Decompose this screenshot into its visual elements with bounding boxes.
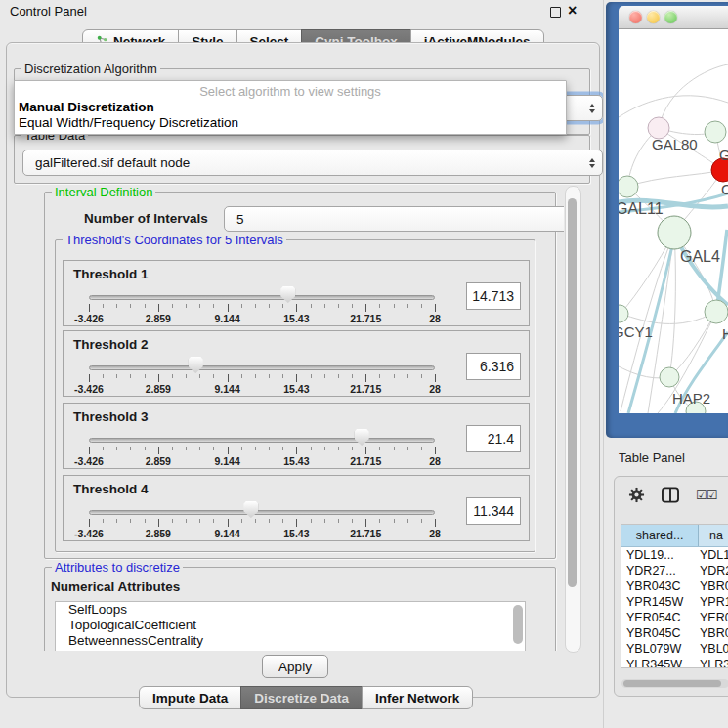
cell-name[interactable]: YBR0 — [698, 625, 728, 641]
attribute-list-item[interactable]: BetweennessCentrality — [56, 633, 525, 649]
mac-zoom-button[interactable] — [664, 11, 677, 23]
algorithm-option-equal-width[interactable]: Equal Width/Frequency Discretization — [19, 115, 562, 131]
bottom-tab-impute-data[interactable]: Impute Data — [139, 686, 241, 709]
settings-vertical-scrollbar[interactable] — [565, 186, 581, 653]
network-node[interactable] — [619, 176, 638, 197]
threshold-value-field[interactable]: 14.713 — [466, 282, 521, 310]
cell-shared-name[interactable]: YBL079W — [621, 641, 698, 657]
table-row[interactable]: YBL079WYBL0 — [621, 641, 728, 657]
threshold-panel: Threshold 4 -3.4262.8599.14415.4321.7152… — [63, 475, 530, 541]
slider-thumb[interactable] — [189, 357, 203, 373]
tick-label: -3.426 — [74, 383, 104, 395]
table-row[interactable]: YLR345WYLR3 — [621, 657, 728, 668]
table-horizontal-scrollbar[interactable] — [621, 679, 728, 688]
cell-shared-name[interactable]: YDR27... — [621, 563, 698, 578]
network-node[interactable] — [619, 305, 628, 322]
tab-label: Infer Network — [375, 691, 459, 706]
column-header-name[interactable]: na — [699, 525, 728, 546]
table-row[interactable]: YDR27...YDR2 — [621, 563, 728, 578]
bottom-tab-discretize-data[interactable]: Discretize Data — [240, 686, 363, 709]
threshold-panel: Threshold 3 -3.4262.8599.14415.4321.7152… — [63, 403, 530, 469]
cell-shared-name[interactable]: YBR043C — [621, 578, 698, 594]
combo-stepper-icon — [589, 158, 595, 168]
cell-name[interactable]: YPR1 — [698, 594, 728, 610]
cell-name[interactable]: YBL0 — [698, 641, 728, 657]
slider-track[interactable] — [89, 438, 435, 443]
node-label: GAL4 — [680, 248, 720, 266]
table-row[interactable]: YBR045CYBR0 — [621, 625, 728, 641]
numerical-attributes-list[interactable]: SelfLoopsTopologicalCoefficientBetweenne… — [55, 601, 526, 651]
table-hscrollbar-thumb[interactable] — [623, 680, 721, 687]
tick-label: 21.715 — [350, 383, 381, 395]
network-node[interactable] — [705, 300, 728, 323]
network-node[interactable] — [705, 121, 726, 143]
tick-label: -3.426 — [74, 455, 104, 467]
tick-label: 21.715 — [350, 455, 381, 467]
mac-minimize-button[interactable] — [647, 11, 660, 23]
slider-track[interactable] — [89, 295, 435, 300]
cell-name[interactable]: YBR0 — [698, 578, 728, 594]
cell-shared-name[interactable]: YER054C — [621, 610, 698, 625]
threshold-value-field[interactable]: 6.316 — [466, 353, 521, 380]
tick-label: 9.144 — [214, 313, 239, 324]
table-row[interactable]: YER054CYER0 — [621, 610, 728, 625]
cell-name[interactable]: YDR2 — [698, 563, 728, 578]
slider-thumb[interactable] — [243, 501, 258, 518]
attributes-group-title: Attributes to discretize — [52, 560, 183, 575]
float-window-icon[interactable] — [550, 7, 561, 18]
threshold-value-field[interactable]: 21.4 — [466, 425, 521, 452]
table-row[interactable]: YDL19...YDL1 — [621, 547, 728, 563]
slider-track[interactable] — [89, 365, 435, 370]
interval-definition-title: Interval Definition — [52, 186, 155, 199]
network-node[interactable] — [658, 216, 691, 249]
tick-label: 28 — [429, 455, 441, 467]
slider-thumb[interactable] — [280, 286, 295, 303]
split-view-icon[interactable] — [661, 487, 680, 503]
threshold-slider[interactable]: -3.4262.8599.14415.4321.71528 — [89, 476, 435, 540]
attribute-list-item[interactable]: TopologicalCoefficient — [56, 618, 525, 633]
algorithm-option-manual[interactable]: Manual Discretization — [19, 100, 562, 115]
table-data-combobox[interactable]: galFiltered.sif default node — [22, 150, 603, 176]
network-window-titlebar — [619, 6, 728, 29]
bottom-tab-infer-network[interactable]: Infer Network — [362, 686, 473, 709]
threshold-value-field[interactable]: 11.344 — [466, 497, 521, 525]
network-graph — [619, 29, 728, 413]
column-header-shared-name[interactable]: shared... — [621, 525, 699, 546]
slider-track[interactable] — [89, 510, 435, 515]
threshold-slider[interactable]: -3.4262.8599.14415.4321.71528 — [89, 261, 435, 325]
threshold-panel: Threshold 1 -3.4262.8599.14415.4321.7152… — [63, 260, 530, 326]
threshold-slider[interactable]: -3.4262.8599.14415.4321.71528 — [89, 331, 435, 396]
select-columns-icon[interactable]: ☑☑ — [696, 488, 716, 502]
slider-ticks — [89, 374, 435, 382]
cell-shared-name[interactable]: YLR345W — [621, 657, 698, 668]
settings-scrollbar-thumb[interactable] — [568, 198, 577, 587]
tick-label: 9.144 — [214, 383, 239, 395]
close-panel-icon[interactable]: × — [568, 2, 577, 20]
cell-name[interactable]: YER0 — [698, 610, 728, 625]
cell-shared-name[interactable]: YDL19... — [621, 547, 698, 563]
table-row[interactable]: YBR043CYBR0 — [621, 578, 728, 594]
node-attribute-table[interactable]: shared... na YDL19...YDL1YDR27...YDR2YBR… — [621, 524, 728, 668]
list-scrollbar-thumb[interactable] — [513, 605, 523, 644]
tick-label: -3.426 — [74, 313, 104, 324]
gear-icon[interactable] — [628, 487, 645, 503]
attribute-list-item[interactable]: SelfLoops — [56, 602, 525, 618]
slider-tick-labels: -3.4262.8599.14415.4321.71528 — [89, 455, 435, 465]
table-row[interactable]: YPR145WYPR1 — [621, 594, 728, 610]
threshold-slider[interactable]: -3.4262.8599.14415.4321.71528 — [89, 404, 435, 468]
apply-button[interactable]: Apply — [262, 655, 328, 678]
number-of-intervals-spinner[interactable]: 5 — [224, 206, 564, 232]
thresholds-group-title: Threshold's Coordinates for 5 Intervals — [63, 233, 286, 247]
attributes-group: Attributes to discretize Numerical Attri… — [44, 567, 556, 651]
cell-name[interactable]: YLR3 — [698, 657, 728, 668]
cell-name[interactable]: YDL1 — [698, 547, 728, 563]
mac-close-button[interactable] — [629, 11, 642, 23]
table-rows: YDL19...YDL1YDR27...YDR2YBR043CYBR0YPR14… — [621, 547, 728, 668]
table-data-group: Table Data galFiltered.sif default node — [14, 135, 590, 184]
network-canvas[interactable]: GAL80 GA GAL11 C GAL4 GCY1 H HAP2 — [619, 29, 728, 413]
table-panel: ☑☑ shared... na YDL19...YDL1YDR27...YDR2… — [614, 476, 728, 697]
cell-shared-name[interactable]: YPR145W — [621, 594, 698, 610]
network-node[interactable] — [660, 367, 679, 387]
cell-shared-name[interactable]: YBR045C — [621, 625, 698, 641]
slider-thumb[interactable] — [355, 429, 369, 446]
